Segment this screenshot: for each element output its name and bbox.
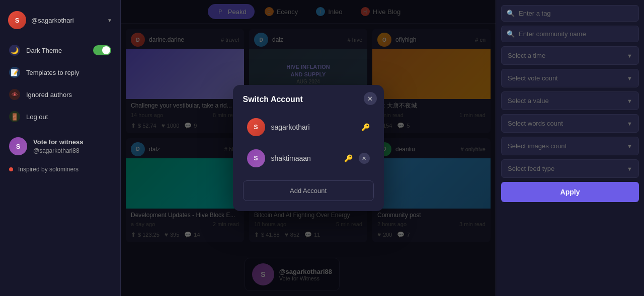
sidebar-username: @sagarkothari — [31, 17, 107, 24]
modal-title: Switch Account — [243, 95, 374, 104]
feed-type-select[interactable]: Select feed type ▼ — [501, 159, 639, 178]
witness-avatar: S — [9, 137, 27, 155]
account-item-shaktimaaan[interactable]: S shaktimaaan 🔑 ✕ — [243, 144, 374, 172]
sidebar-item-templates[interactable]: 📝 Templates to reply — [0, 61, 120, 83]
account-avatar: S — [247, 118, 265, 136]
chevron-down-icon: ▼ — [627, 121, 632, 127]
avatar: S — [8, 11, 26, 29]
main-content: P Peakd E Ecency I Inleo H Hive Blog D d… — [121, 0, 496, 296]
value-select[interactable]: Select a value ▼ — [501, 91, 639, 110]
logout-icon: 🚪 — [9, 111, 20, 122]
witness-username: @sagarkothari88 — [33, 147, 79, 154]
sidebar-item-label: Log out — [26, 113, 48, 121]
sidebar: S @sagarkothari ▼ 🌙 Dark Theme 📝 Templat… — [0, 0, 121, 296]
right-panel: 🔍 🔍 Select a time ▼ Select vote count ▼ … — [496, 0, 644, 296]
sidebar-item-logout[interactable]: 🚪 Log out — [0, 106, 120, 128]
time-select[interactable]: Select a time ▼ — [501, 46, 639, 65]
switch-account-modal: Switch Account ✕ S sagarkothari 🔑 S shak… — [233, 85, 384, 211]
tag-input-container: 🔍 — [501, 5, 639, 22]
account-remove-button[interactable]: ✕ — [359, 153, 370, 164]
community-input[interactable] — [519, 30, 633, 38]
sidebar-item-label: Ignored authors — [26, 91, 72, 98]
witness-info: Vote for witness @sagarkothari88 — [33, 138, 83, 155]
add-account-button[interactable]: Add Account — [243, 180, 374, 201]
key-icon: 🔑 — [344, 154, 353, 162]
value-select-label: Select a value — [508, 97, 549, 105]
chevron-down-icon: ▼ — [627, 75, 632, 81]
sidebar-item-label: Templates to reply — [26, 69, 79, 76]
words-select[interactable]: Select words count ▼ — [501, 114, 639, 133]
key-icon: 🔑 — [361, 123, 370, 131]
time-select-label: Select a time — [508, 52, 545, 59]
search-icon: 🔍 — [507, 30, 515, 38]
chevron-down-icon: ▼ — [627, 53, 632, 59]
witness-label: Vote for witness — [33, 138, 83, 147]
sidebar-witness[interactable]: S Vote for witness @sagarkothari88 — [0, 132, 120, 161]
inspired-dot-icon — [9, 167, 13, 171]
moon-icon: 🌙 — [9, 45, 20, 56]
sidebar-user[interactable]: S @sagarkothari ▼ — [0, 6, 120, 34]
dark-theme-toggle[interactable] — [93, 45, 111, 55]
chevron-down-icon: ▼ — [627, 143, 632, 149]
images-select[interactable]: Select images count ▼ — [501, 137, 639, 155]
account-name: shaktimaaan — [271, 154, 338, 162]
account-item-sagarkothari[interactable]: S sagarkothari 🔑 — [243, 113, 374, 141]
template-icon: 📝 — [9, 67, 20, 78]
chevron-down-icon: ▼ — [627, 166, 632, 172]
account-name: sagarkothari — [271, 123, 355, 131]
vote-select-label: Select vote count — [508, 74, 558, 82]
tag-input[interactable] — [519, 10, 633, 17]
inspired-label: Inspired by solominers — [18, 166, 78, 173]
sidebar-inspired[interactable]: Inspired by solominers — [0, 161, 120, 178]
search-icon: 🔍 — [507, 10, 515, 17]
images-select-label: Select images count — [508, 142, 567, 150]
words-select-label: Select words count — [508, 120, 563, 127]
community-input-container: 🔍 — [501, 26, 639, 42]
toggle-knob — [102, 46, 110, 54]
chevron-down-icon: ▼ — [107, 18, 112, 23]
modal-overlay[interactable]: Switch Account ✕ S sagarkothari 🔑 S shak… — [121, 0, 496, 296]
sidebar-item-label: Dark Theme — [26, 47, 62, 54]
vote-select[interactable]: Select vote count ▼ — [501, 69, 639, 87]
account-avatar: S — [247, 149, 265, 167]
sidebar-item-dark-theme[interactable]: 🌙 Dark Theme — [0, 39, 120, 61]
eye-icon: 👁 — [9, 89, 20, 100]
modal-close-button[interactable]: ✕ — [364, 92, 377, 105]
sidebar-item-ignored[interactable]: 👁 Ignored authors — [0, 83, 120, 106]
apply-button[interactable]: Apply — [501, 182, 639, 202]
feed-type-select-label: Select feed type — [508, 165, 554, 172]
chevron-down-icon: ▼ — [627, 98, 632, 104]
